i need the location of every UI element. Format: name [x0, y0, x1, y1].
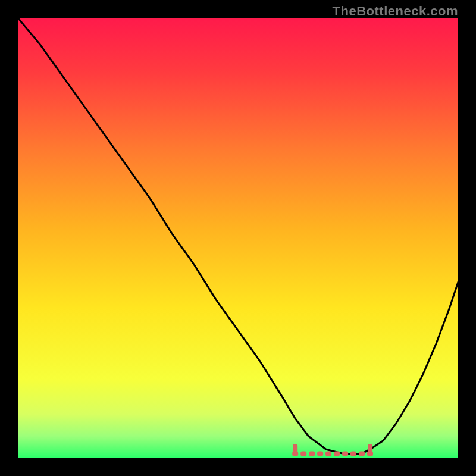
optimal-marker — [325, 452, 331, 456]
gradient-background — [18, 18, 458, 458]
optimal-marker — [317, 452, 323, 456]
bottleneck-chart — [18, 18, 458, 458]
optimal-marker — [359, 452, 365, 456]
optimal-marker-endcap — [368, 444, 372, 453]
chart-frame: TheBottleneck.com — [0, 0, 476, 476]
optimal-marker-endcap — [293, 444, 298, 453]
optimal-marker — [342, 452, 348, 456]
optimal-marker — [309, 452, 315, 456]
optimal-marker — [350, 452, 356, 456]
optimal-marker — [300, 452, 306, 456]
optimal-marker — [334, 452, 340, 456]
watermark-label: TheBottleneck.com — [333, 4, 458, 19]
plot-area — [18, 18, 458, 458]
